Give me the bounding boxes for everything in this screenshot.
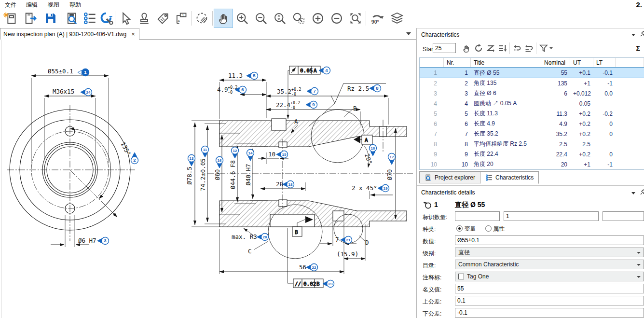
table-cell[interactable]: 9: [420, 151, 444, 158]
table-cell[interactable]: 4.9: [541, 121, 570, 127]
catalog-select[interactable]: Common Characteristic: [455, 260, 644, 269]
decrease-button[interactable]: [328, 9, 346, 28]
radio-icon[interactable]: [485, 225, 492, 232]
table-cell[interactable]: 5: [420, 111, 444, 117]
id-qty-input-3[interactable]: [603, 211, 644, 221]
table-cell[interactable]: 8: [420, 141, 444, 148]
pan-hand-button[interactable]: [214, 9, 233, 28]
stamp-button[interactable]: [135, 9, 153, 28]
table-cell[interactable]: +1: [570, 161, 593, 168]
zoom-out-button[interactable]: [252, 9, 270, 28]
table-row[interactable]: 33直径 Ø 66+0.0120.0: [420, 88, 644, 98]
table-cell[interactable]: 6: [541, 90, 570, 97]
zoom-fit-button[interactable]: [346, 9, 365, 28]
drawing-canvas[interactable]: 0.05 A // 0.02 B A B Ø55±0.1M36: [0, 40, 416, 318]
open-document-button[interactable]: [21, 9, 40, 28]
table-cell[interactable]: 长度 35.2: [471, 130, 541, 138]
checkbox-icon[interactable]: [458, 274, 464, 279]
menu-file[interactable]: 文件: [3, 1, 18, 9]
table-row[interactable]: 44圆跳动 ↗ 0.05 A0.05: [420, 98, 644, 109]
table-cell[interactable]: +0.2: [570, 121, 593, 127]
stamp-position-button[interactable]: 1 A: [172, 9, 190, 28]
table-cell[interactable]: 4: [420, 100, 444, 107]
table-cell[interactable]: 2.5: [541, 141, 570, 148]
table-cell[interactable]: 长度 22.4: [471, 150, 541, 158]
id-qty-input-1[interactable]: [455, 211, 500, 221]
table-cell[interactable]: 3: [420, 90, 444, 97]
zoom-window-button[interactable]: [289, 9, 308, 28]
table-cell[interactable]: 角度 20: [471, 160, 541, 168]
table-cell[interactable]: 圆跳动 ↗ 0.05 A: [471, 99, 541, 108]
menu-view[interactable]: 视图: [46, 1, 61, 9]
table-cell[interactable]: +1: [570, 80, 593, 87]
value-input[interactable]: [455, 235, 644, 245]
id-qty-input-2[interactable]: [504, 211, 599, 221]
tab-characteristics[interactable]: Characteristics: [480, 171, 539, 184]
table-cell[interactable]: 9: [444, 151, 471, 158]
pin-icon[interactable]: [640, 189, 644, 196]
table-cell[interactable]: 长度 4.9: [471, 120, 541, 128]
start-input[interactable]: [433, 43, 456, 53]
refresh-numbering-button[interactable]: [473, 42, 484, 54]
layers-button[interactable]: [388, 9, 406, 28]
table-cell[interactable]: +0.2: [570, 111, 593, 117]
tag-select[interactable]: Tag One: [455, 272, 644, 281]
table-cell[interactable]: -1: [593, 80, 616, 87]
table-cell[interactable]: -0.2: [593, 111, 616, 117]
pick-characteristic-button[interactable]: [461, 42, 472, 54]
table-cell[interactable]: 2: [420, 80, 444, 87]
table-cell[interactable]: 10: [444, 161, 471, 168]
table-row[interactable]: 11直径 Ø 5555+0.1-0.1: [420, 68, 644, 78]
table-cell[interactable]: 6: [420, 121, 444, 127]
table-cell[interactable]: 2.5: [570, 141, 593, 148]
level-select[interactable]: 直径: [455, 248, 644, 257]
table-header[interactable]: Nr. Title Nominal UT LT: [420, 58, 644, 68]
menu-edit[interactable]: 编辑: [24, 1, 40, 9]
table-cell[interactable]: 长度 11.3: [471, 110, 541, 118]
table-cell[interactable]: -1: [593, 161, 616, 168]
zoom-in-button[interactable]: [233, 9, 251, 28]
kind-radio-attribute[interactable]: 属性: [485, 225, 505, 233]
table-cell[interactable]: 0.05: [570, 100, 593, 107]
menu-help[interactable]: 帮助: [68, 1, 83, 9]
table-row[interactable]: 99长度 22.422.4+0.20: [420, 149, 644, 159]
table-cell[interactable]: 4: [444, 100, 471, 107]
panel-collapse-icon[interactable]: [631, 34, 635, 36]
lower-tol-input[interactable]: [455, 308, 644, 318]
tab-project-explorer[interactable]: Project explorer: [419, 171, 480, 183]
table-cell[interactable]: 0.0: [593, 90, 616, 97]
table-cell[interactable]: +0.012: [570, 90, 593, 97]
table-cell[interactable]: 0: [593, 131, 616, 138]
table-row[interactable]: 22角度 135135+1-1: [420, 78, 644, 88]
renumber-one-button[interactable]: [511, 42, 523, 54]
table-row[interactable]: 55长度 11.311.3+0.2-0.2: [420, 109, 644, 119]
tab-close-icon[interactable]: ×: [131, 31, 135, 37]
table-cell[interactable]: 135: [541, 80, 570, 87]
table-cell[interactable]: 直径 Ø 6: [471, 89, 541, 97]
table-cell[interactable]: 22.4: [541, 151, 570, 158]
new-document-button[interactable]: [1, 9, 19, 28]
table-cell[interactable]: +0.1: [570, 69, 593, 76]
table-cell[interactable]: 7: [420, 131, 444, 138]
table-row[interactable]: 66长度 4.94.9+0.20: [420, 119, 644, 129]
table-cell[interactable]: 11.3: [541, 111, 570, 117]
increase-button[interactable]: [309, 9, 327, 28]
table-cell[interactable]: 1: [420, 69, 444, 76]
hatch-region-button[interactable]: [193, 9, 211, 28]
table-row[interactable]: 77长度 35.235.2+0.20: [420, 129, 644, 139]
table-cell[interactable]: +0.2: [570, 131, 593, 138]
rotate-90-button[interactable]: 90°: [368, 9, 386, 28]
document-tab[interactable]: New inspection plan (A) | 930-1200-406-V…: [0, 28, 139, 40]
table-cell[interactable]: 20: [541, 161, 570, 168]
table-cell[interactable]: 55: [541, 69, 570, 76]
nominal-input[interactable]: [455, 284, 644, 293]
sort-list-button[interactable]: [497, 42, 508, 54]
table-cell[interactable]: 10: [420, 161, 444, 168]
reorder-z-button[interactable]: [485, 42, 496, 54]
table-cell[interactable]: 角度 135: [471, 79, 541, 87]
sigma-summary-icon[interactable]: Σ: [636, 44, 640, 52]
table-cell[interactable]: 0: [593, 151, 616, 158]
filter-button[interactable]: [538, 42, 554, 54]
table-cell[interactable]: 直径 Ø 55: [471, 69, 541, 77]
table-cell[interactable]: 平均值粗糙度 Rz 2.5: [471, 140, 541, 148]
